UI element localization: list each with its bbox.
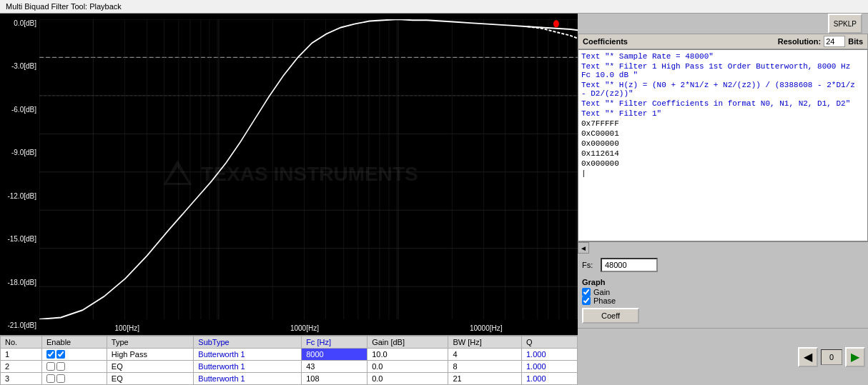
enable-checkbox-3a[interactable]	[46, 374, 55, 383]
coeff-line-9: 0x000000	[581, 159, 864, 169]
cell-fc-2: 43	[302, 361, 368, 373]
cell-subtype-1: Butterworth 1	[194, 349, 302, 361]
gain-checkbox[interactable]	[582, 288, 591, 296]
cell-enable-1[interactable]	[41, 349, 107, 361]
x-axis: 100[Hz] 1000[Hz] 10000[Hz]	[39, 324, 578, 332]
coeff-header: Coefficients Resolution: Bits	[578, 34, 868, 49]
coeff-line-8: 0x112614	[581, 149, 864, 159]
coeff-line-6: 0xC00001	[581, 129, 864, 139]
cell-fc-3: 108	[302, 373, 368, 385]
right-panel: SPKLP Coefficients Resolution: Bits Text…	[578, 14, 868, 385]
col-header-enable: Enable	[41, 336, 107, 349]
cell-fc-1[interactable]: 8000	[302, 349, 368, 361]
cell-gain-1: 10.0	[368, 349, 448, 361]
title-text: Multi Biquad Filter Tool: Playback	[6, 2, 122, 11]
filter-table: No. Enable Type SubType Fc [Hz] Gain [dB…	[0, 336, 578, 385]
phase-label: Phase	[593, 296, 616, 305]
col-header-no: No.	[1, 336, 42, 349]
coeff-line-7: 0x000000	[581, 139, 864, 149]
y-label-6: -18.0[dB]	[0, 279, 39, 286]
enable-checkbox-3b[interactable]	[56, 374, 65, 383]
coeff-line-5: 0x7FFFFF	[581, 119, 864, 129]
cell-q-2: 1.000	[521, 361, 577, 373]
cell-subtype-2: Butterworth 1	[194, 361, 302, 373]
coeff-scroll-area: ◄	[578, 241, 868, 254]
cell-no-1: 1	[1, 349, 42, 361]
graph-label: Graph	[582, 278, 864, 286]
fs-input[interactable]	[601, 258, 658, 272]
col-header-gain: Gain [dB]	[368, 336, 448, 349]
table-row: 2 EQ Butterworth 1 43 0.0 8 1.000	[1, 361, 578, 373]
cell-subtype-3: Butterworth 1	[194, 373, 302, 385]
cell-type-3: EQ	[107, 373, 193, 385]
phase-checkbox[interactable]	[582, 296, 591, 305]
col-header-q: Q	[521, 336, 577, 349]
fs-label: Fs:	[582, 261, 596, 269]
nav-controls: ◀ 0 ▶	[798, 347, 865, 367]
cell-no-3: 3	[1, 373, 42, 385]
resolution-area: Resolution: Bits	[778, 36, 863, 47]
bits-label: Bits	[848, 37, 863, 46]
fs-row: Fs:	[582, 258, 864, 272]
gain-row: Gain	[582, 288, 864, 296]
table-row: 3 EQ Butterworth 1 108 0.0 21 1.000	[1, 373, 578, 385]
bottom-area: ◀ 0 ▶	[578, 328, 868, 385]
col-header-fc: Fc [Hz]	[302, 336, 368, 349]
enable-checkbox-2a[interactable]	[46, 362, 55, 371]
coeff-button[interactable]: Coeff	[582, 308, 639, 324]
grid-area	[39, 19, 578, 319]
cell-q-1: 1.000	[521, 349, 577, 361]
coefficients-panel: Coefficients Resolution: Bits Text "* Sa…	[578, 34, 868, 254]
x-label-0: 100[Hz]	[114, 324, 139, 332]
coeff-text-area[interactable]: Text "* Sample Rate = 48000" Text "* Fil…	[578, 49, 868, 241]
cell-bw-3: 21	[448, 373, 522, 385]
cell-gain-2: 0.0	[368, 361, 448, 373]
cell-q-3: 1.000	[521, 373, 577, 385]
enable-checkbox-1b[interactable]	[56, 350, 65, 359]
cell-no-2: 2	[1, 361, 42, 373]
graph-container: 0.0[dB] -3.0[dB] -6.0[dB] -9.0[dB] -12.0…	[0, 14, 578, 335]
x-label-1: 1000[Hz]	[290, 324, 319, 332]
filter-table-container: No. Enable Type SubType Fc [Hz] Gain [dB…	[0, 335, 578, 385]
y-axis: 0.0[dB] -3.0[dB] -6.0[dB] -9.0[dB] -12.0…	[0, 14, 39, 335]
coeff-line-2: Text "* H(z) = (N0 + 2*N1/z + N2/(z2)) /…	[581, 80, 864, 99]
middle-controls: Fs: Graph Gain Phase Coeff	[578, 254, 868, 328]
svg-point-41	[553, 20, 559, 27]
nav-forward-button[interactable]: ▶	[845, 347, 865, 367]
cell-enable-3[interactable]	[41, 373, 107, 385]
cell-gain-3: 0.0	[368, 373, 448, 385]
coeff-line-0: Text "* Sample Rate = 48000"	[581, 51, 864, 61]
graph-section: Graph Gain Phase Coeff	[582, 278, 864, 324]
enable-checkbox-2b[interactable]	[56, 362, 65, 371]
top-controls: SPKLP	[578, 14, 868, 34]
y-label-5: -15.0[dB]	[0, 235, 39, 243]
cell-enable-2[interactable]	[41, 361, 107, 373]
col-header-subtype: SubType	[194, 336, 302, 349]
y-label-2: -6.0[dB]	[0, 106, 39, 114]
left-panel: 0.0[dB] -3.0[dB] -6.0[dB] -9.0[dB] -12.0…	[0, 14, 578, 385]
cell-bw-2: 8	[448, 361, 522, 373]
nav-display: 0	[821, 349, 842, 365]
spklp-button[interactable]: SPKLP	[828, 14, 862, 34]
gain-label: Gain	[593, 288, 610, 296]
phase-row: Phase	[582, 296, 864, 305]
y-label-0: 0.0[dB]	[0, 19, 39, 27]
cell-type-2: EQ	[107, 361, 193, 373]
nav-value: 0	[829, 353, 834, 361]
table-row: 1 High Pass Butterworth 1 8000 10.0 4	[1, 349, 578, 361]
coeff-title: Coefficients	[583, 37, 628, 46]
resolution-input[interactable]	[824, 36, 845, 47]
y-label-7: -21.0[dB]	[0, 321, 39, 329]
title-bar: Multi Biquad Filter Tool: Playback	[0, 0, 868, 14]
col-header-bw: BW [Hz]	[448, 336, 522, 349]
coeff-line-10: |	[581, 169, 864, 179]
coeff-line-1: Text "* Filter 1 High Pass 1st Order But…	[581, 61, 864, 80]
nav-arrow-button[interactable]: ◀	[798, 347, 818, 367]
col-header-type: Type	[107, 336, 193, 349]
y-label-4: -12.0[dB]	[0, 192, 39, 200]
coeff-scroll-left[interactable]: ◄	[578, 242, 589, 254]
y-label-3: -9.0[dB]	[0, 149, 39, 156]
coeff-line-3: Text "* Filter Coefficients in format N0…	[581, 99, 864, 109]
enable-checkbox-1a[interactable]	[46, 350, 55, 359]
x-label-2: 10000[Hz]	[470, 324, 503, 332]
